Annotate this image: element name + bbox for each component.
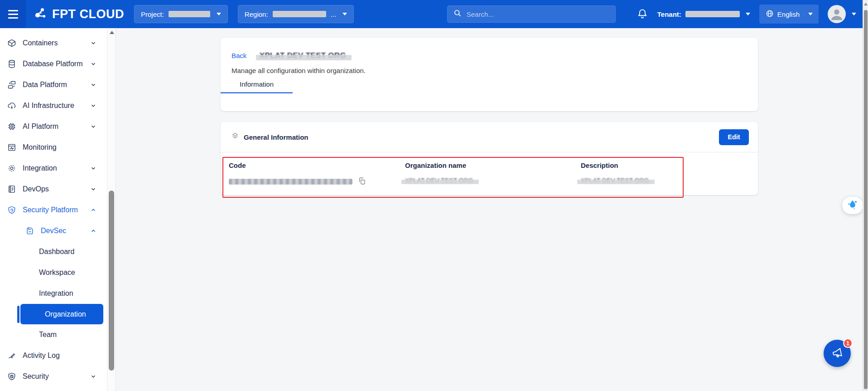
sidebar-item-label: AI Infrastructure bbox=[23, 102, 74, 110]
brand-logo[interactable]: FPT CLOUD bbox=[32, 5, 124, 23]
organization-name-value-redacted: XPLAT DEV TEST ORG bbox=[405, 177, 473, 184]
sidebar-item-label: Monitoring bbox=[23, 143, 57, 152]
sidebar-item-integration[interactable]: Integration bbox=[0, 158, 116, 179]
sidebar-item-database-platform[interactable]: Database Platform bbox=[0, 54, 116, 74]
api-gear-icon bbox=[7, 163, 17, 173]
project-value-redacted bbox=[169, 11, 210, 17]
sidebar-item-workspace[interactable]: Workspace bbox=[0, 262, 116, 283]
shield-check-icon bbox=[7, 371, 17, 381]
chevron-up-icon bbox=[90, 228, 96, 234]
copy-icon bbox=[358, 177, 366, 186]
notifications-button[interactable] bbox=[637, 8, 648, 21]
chevron-down-icon bbox=[90, 103, 96, 109]
caret-down-icon bbox=[746, 13, 750, 15]
chevron-down-icon bbox=[90, 82, 96, 88]
section-title: General Information bbox=[244, 133, 309, 141]
scroll-up-arrow-icon[interactable] bbox=[110, 31, 114, 34]
sidebar-item-dashboard[interactable]: Dashboard bbox=[0, 241, 116, 262]
page-scrollbar-thumb[interactable] bbox=[864, 10, 868, 389]
field-label: Description bbox=[581, 161, 649, 169]
region-selector[interactable]: Region: ... bbox=[238, 5, 354, 23]
account-menu[interactable] bbox=[828, 5, 856, 23]
sidebar-item-ai-infrastructure[interactable]: AI Infrastructure bbox=[0, 95, 116, 116]
region-value-redacted bbox=[273, 11, 326, 17]
main-content: Back XPLAT DEV TEST ORG Manage all confi… bbox=[116, 28, 863, 391]
sidebar-item-label: Security Platform bbox=[23, 206, 78, 214]
sidebar-item-label: Integration bbox=[39, 289, 73, 298]
general-information-body: Code Organization name XPLAT DEV TEST OR… bbox=[221, 152, 758, 195]
sidebar-item-organization[interactable]: Organization bbox=[20, 304, 103, 324]
sidebar-item-label: AI Platform bbox=[23, 122, 58, 131]
sidebar-item-security[interactable]: Security bbox=[0, 366, 116, 387]
tenant-selector[interactable]: Tenant: bbox=[657, 10, 750, 18]
menu-button[interactable] bbox=[0, 0, 26, 28]
chevron-down-icon bbox=[90, 61, 96, 67]
project-selector[interactable]: Project: bbox=[134, 5, 228, 23]
language-label: English bbox=[777, 10, 800, 18]
sidebar-item-devops[interactable]: DevOps bbox=[0, 179, 116, 200]
search-icon bbox=[453, 9, 462, 20]
edit-button[interactable]: Edit bbox=[719, 129, 749, 145]
sidebar-item-label: DevOps bbox=[23, 185, 49, 193]
general-information-card: General Information Edit Code Organizati… bbox=[221, 122, 758, 195]
megaphone-icon bbox=[830, 346, 844, 361]
sidebar-item-label: DevSec bbox=[41, 227, 66, 235]
caret-down-icon bbox=[852, 13, 856, 15]
database-icon bbox=[7, 59, 17, 69]
back-link[interactable]: Back bbox=[231, 52, 246, 59]
sidebar-item-integration-sub[interactable]: Integration bbox=[0, 283, 116, 304]
sidebar-nav: Containers Database Platform Data Platfo… bbox=[0, 28, 116, 391]
tenant-value-redacted bbox=[685, 11, 740, 17]
search-input[interactable] bbox=[467, 10, 610, 18]
sidebar-item-monitoring[interactable]: Monitoring bbox=[0, 137, 116, 158]
sidebar-scrollbar-thumb[interactable] bbox=[109, 191, 114, 371]
sidebar-item-containers[interactable]: Containers bbox=[0, 33, 116, 54]
chevron-up-icon bbox=[90, 207, 96, 213]
sidebar-item-label: Containers bbox=[23, 39, 58, 47]
chip-icon bbox=[7, 122, 17, 132]
data-nodes-icon bbox=[7, 80, 17, 90]
sidebar-scrollbar[interactable] bbox=[107, 28, 116, 391]
chevron-down-icon bbox=[90, 40, 96, 46]
sidebar-item-security-platform[interactable]: Security Platform bbox=[0, 200, 116, 220]
navbar-right-cluster: Tenant: English bbox=[637, 5, 856, 24]
field-organization-name: Organization name XPLAT DEV TEST ORG bbox=[405, 161, 473, 184]
globe-icon bbox=[765, 9, 774, 20]
announcements-button[interactable]: 1 bbox=[824, 340, 851, 367]
cloud-ai-icon bbox=[7, 101, 17, 111]
copy-button[interactable] bbox=[358, 177, 366, 186]
signature-icon bbox=[7, 351, 17, 361]
sidebar-item-label: Team bbox=[39, 331, 57, 339]
storage-disk-icon bbox=[25, 226, 35, 236]
page-scrollbar[interactable] bbox=[863, 0, 868, 391]
tab-information[interactable]: Information bbox=[221, 80, 293, 93]
organization-header-card: Back XPLAT DEV TEST ORG Manage all confi… bbox=[221, 38, 758, 111]
scroll-up-arrow-icon[interactable] bbox=[864, 3, 868, 5]
notification-badge: 1 bbox=[843, 338, 853, 348]
ai-assistant-button[interactable] bbox=[842, 197, 863, 214]
sidebar-item-ai-platform[interactable]: AI Platform bbox=[0, 116, 116, 137]
chevron-down-icon bbox=[90, 373, 96, 380]
language-selector[interactable]: English bbox=[759, 5, 819, 24]
project-label: Project: bbox=[141, 10, 164, 18]
sidebar-item-data-platform[interactable]: Data Platform bbox=[0, 74, 116, 95]
shield-sync-icon bbox=[7, 205, 17, 215]
sidebar-item-activity-log[interactable]: Activity Log bbox=[0, 345, 116, 366]
devops-terminal-icon bbox=[7, 184, 17, 194]
bell-icon bbox=[637, 8, 648, 21]
avatar bbox=[828, 5, 846, 23]
tab-bar: Information bbox=[221, 80, 758, 93]
sidebar-item-label: Data Platform bbox=[23, 81, 67, 89]
tenant-label: Tenant: bbox=[657, 10, 681, 18]
fpt-molecule-icon bbox=[32, 5, 48, 23]
global-search[interactable] bbox=[447, 5, 616, 23]
sidebar-item-label: Organization bbox=[45, 310, 86, 318]
region-ellipsis: ... bbox=[331, 10, 337, 18]
top-navbar: FPT CLOUD Project: Region: ... Tenant: bbox=[0, 0, 868, 28]
sidebar-item-label: Activity Log bbox=[23, 352, 60, 360]
field-code: Code bbox=[229, 161, 366, 186]
sidebar-item-devsec[interactable]: DevSec bbox=[0, 220, 116, 241]
sidebar-item-label: Integration bbox=[23, 164, 57, 172]
sidebar-item-team[interactable]: Team bbox=[0, 324, 116, 345]
layers-icon bbox=[231, 132, 239, 142]
